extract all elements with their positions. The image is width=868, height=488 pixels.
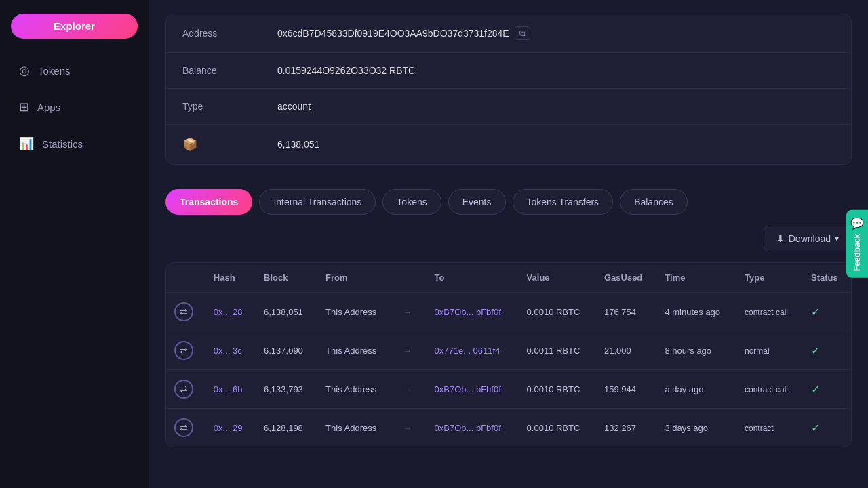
download-label: Download (789, 233, 831, 244)
col-arrow (392, 263, 426, 293)
feedback-icon: 💬 (850, 217, 864, 230)
row-type: contract call (736, 370, 803, 409)
balance-label: Balance (182, 65, 277, 76)
row-to[interactable]: 0xB7Ob... bFbf0f (427, 370, 519, 409)
row-hash[interactable]: 0x... 6b (205, 370, 256, 409)
row-icon: ⇄ (166, 370, 205, 409)
tx-swap-icon: ⇄ (174, 380, 193, 399)
row-gasused: 132,267 (596, 409, 656, 447)
row-block: 6,133,793 (256, 370, 317, 409)
logo-button[interactable]: Explorer (11, 14, 138, 39)
copy-address-button[interactable]: ⧉ (515, 26, 530, 40)
sidebar-item-apps[interactable]: ⊞ Apps (5, 90, 143, 124)
tab-transactions[interactable]: Transactions (165, 189, 252, 215)
type-label: Type (182, 101, 277, 112)
col-value: Value (519, 263, 596, 293)
row-gasused: 159,944 (596, 370, 656, 409)
col-gasused: GasUsed (596, 263, 656, 293)
row-arrow: → (392, 370, 426, 409)
tab-balances[interactable]: Balances (620, 189, 688, 215)
row-to[interactable]: 0x771e... 0611f4 (427, 331, 519, 370)
statistics-icon: 📊 (19, 136, 34, 151)
count-value: 6,138,051 (277, 139, 319, 150)
row-status: ✓ (803, 409, 851, 447)
row-block: 6,138,051 (256, 293, 317, 331)
sidebar: Explorer ◎ Tokens ⊞ Apps 📊 Statistics (0, 0, 149, 488)
row-value: 0.0010 RBTC (519, 409, 596, 447)
table-row: ⇄ 0x... 3c 6,137,090 This Address → 0x77… (166, 331, 851, 370)
sidebar-label-statistics: Statistics (42, 138, 83, 150)
main-content: Address 0x6cdB7D45833Df0919E4OO3AA9bDO37… (149, 0, 868, 488)
type-value: account (277, 101, 311, 112)
tab-internal-transactions[interactable]: Internal Transactions (259, 189, 376, 215)
col-block: Block (256, 263, 317, 293)
balance-value: 0.0159244O9262O33O32 RBTC (277, 65, 415, 76)
tx-swap-icon: ⇄ (174, 302, 193, 321)
row-status: ✓ (803, 370, 851, 409)
sidebar-item-tokens[interactable]: ◎ Tokens (5, 54, 143, 87)
col-to: To (427, 263, 519, 293)
apps-icon: ⊞ (19, 100, 29, 115)
row-time: 3 days ago (656, 409, 736, 447)
tokens-icon: ◎ (19, 63, 30, 78)
row-to[interactable]: 0xB7Ob... bFbf0f (427, 409, 519, 447)
row-hash[interactable]: 0x... 28 (205, 293, 256, 331)
sidebar-logo-area: Explorer (0, 7, 149, 52)
tab-tokens-transfers[interactable]: Tokens Transfers (513, 189, 614, 215)
row-hash[interactable]: 0x... 3c (205, 331, 256, 370)
table-row: ⇄ 0x... 28 6,138,051 This Address → 0xB7… (166, 293, 851, 331)
row-from: This Address (317, 370, 392, 409)
download-icon: ⬇ (776, 233, 785, 244)
row-arrow: → (392, 409, 426, 447)
col-from: From (317, 263, 392, 293)
row-value: 0.0011 RBTC (519, 331, 596, 370)
count-row: 📦 6,138,051 (166, 125, 851, 164)
row-type: contract call (736, 293, 803, 331)
row-hash[interactable]: 0x... 29 (205, 409, 256, 447)
row-status: ✓ (803, 331, 851, 370)
download-button[interactable]: ⬇ Download ▾ (764, 226, 852, 251)
address-value: 0x6cdB7D45833Df0919E4OO3AA9bDO37d3731f28… (277, 26, 530, 40)
row-block: 6,128,198 (256, 409, 317, 447)
row-block: 6,137,090 (256, 331, 317, 370)
row-gasused: 176,754 (596, 293, 656, 331)
type-row: Type account (166, 89, 851, 125)
row-type: normal (736, 331, 803, 370)
info-card: Address 0x6cdB7D45833Df0919E4OO3AA9bDO37… (165, 14, 852, 165)
row-time: 8 hours ago (656, 331, 736, 370)
address-text: 0x6cdB7D45833Df0919E4OO3AA9bDO37d3731f28… (277, 28, 509, 39)
row-icon: ⇄ (166, 331, 205, 370)
sidebar-item-statistics[interactable]: 📊 Statistics (5, 127, 143, 161)
sidebar-label-tokens: Tokens (38, 65, 71, 77)
row-from: This Address (317, 331, 392, 370)
col-icon (166, 263, 205, 293)
table-row: ⇄ 0x... 29 6,128,198 This Address → 0xB7… (166, 409, 851, 447)
tab-tokens[interactable]: Tokens (382, 189, 441, 215)
row-type: contract (736, 409, 803, 447)
address-row: Address 0x6cdB7D45833Df0919E4OO3AA9bDO37… (166, 14, 851, 53)
tx-swap-icon: ⇄ (174, 341, 193, 360)
package-icon: 📦 (182, 137, 277, 152)
row-from: This Address (317, 409, 392, 447)
tx-swap-icon: ⇄ (174, 418, 193, 437)
table-header-row: Hash Block From To Value GasUsed Time Ty… (166, 263, 851, 293)
row-value: 0.0010 RBTC (519, 293, 596, 331)
row-from: This Address (317, 293, 392, 331)
row-icon: ⇄ (166, 409, 205, 447)
row-time: 4 minutes ago (656, 293, 736, 331)
col-status: Status (803, 263, 851, 293)
tab-events[interactable]: Events (448, 189, 506, 215)
feedback-tab[interactable]: 💬 Feedback (846, 210, 868, 278)
address-label: Address (182, 28, 277, 39)
row-gasused: 21,000 (596, 331, 656, 370)
transactions-table: Hash Block From To Value GasUsed Time Ty… (165, 262, 852, 447)
col-type: Type (736, 263, 803, 293)
row-arrow: → (392, 293, 426, 331)
sidebar-label-apps: Apps (37, 102, 60, 113)
feedback-label: Feedback (852, 234, 862, 271)
row-to[interactable]: 0xB7Ob... bFbf0f (427, 293, 519, 331)
row-time: a day ago (656, 370, 736, 409)
col-time: Time (656, 263, 736, 293)
row-value: 0.0010 RBTC (519, 370, 596, 409)
row-arrow: → (392, 331, 426, 370)
